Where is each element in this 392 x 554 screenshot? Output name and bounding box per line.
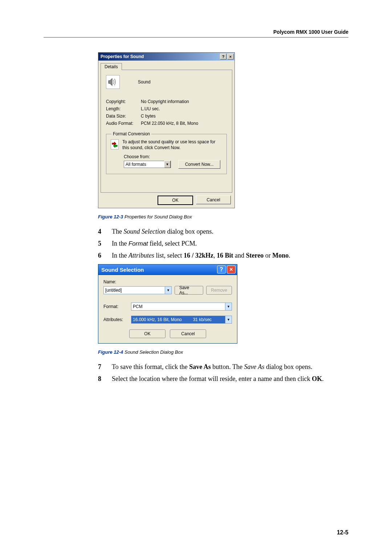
name-select[interactable]: [untitled] ▼ — [103, 286, 172, 294]
step-7: 7 To save this format, click the Save As… — [98, 362, 348, 372]
step-8: 8 Select the location where the format w… — [98, 374, 348, 384]
length-value: L.UU sec. — [141, 106, 160, 111]
chevron-down-icon: ▼ — [225, 316, 232, 323]
close-icon[interactable]: × — [227, 54, 234, 59]
attributes-value: 16.000 kHz, 16 Bit, Mono — [133, 317, 182, 322]
document-page: Polycom RMX 1000 User Guide Properties f… — [0, 0, 392, 554]
choose-from-value: All formats — [126, 162, 146, 167]
choose-from-select[interactable]: All formats ▼ — [124, 161, 171, 168]
audio-format-value: PCM 22.050 kHz, 8 Bit, Mono — [141, 121, 198, 126]
properties-for-sound-dialog: Properties for Sound ? × Details — [98, 52, 235, 208]
convert-icon — [111, 139, 119, 149]
copyright-label: Copyright: — [106, 99, 141, 104]
step-4: 4 The Sound Selection dialog box opens. — [98, 227, 348, 237]
remove-button[interactable]: Remove — [206, 286, 232, 295]
page-number: 12-5 — [337, 529, 348, 536]
conversion-text: To adjust the sound quality or use less … — [122, 139, 222, 151]
tab-details[interactable]: Details — [101, 63, 122, 70]
format-value: PCM — [133, 304, 143, 309]
dialog-titlebar: Properties for Sound ? × — [98, 53, 234, 61]
chevron-down-icon: ▼ — [164, 161, 171, 168]
step-5: 5 In the Format field, select PCM. — [98, 239, 348, 249]
choose-from-label: Choose from: — [124, 154, 222, 159]
audio-format-label: Audio Format: — [106, 121, 141, 126]
copyright-value: No Copyright information — [141, 99, 189, 104]
sound-label: Sound — [138, 79, 151, 85]
save-as-button[interactable]: Save As... — [175, 286, 203, 295]
format-conversion-group: Format Conversion To adjust the sound qu… — [106, 134, 227, 174]
header-rule — [44, 37, 348, 38]
cancel-button[interactable]: Cancel — [196, 196, 231, 204]
svg-marker-0 — [109, 78, 112, 86]
close-icon[interactable]: × — [227, 266, 236, 274]
help-icon[interactable]: ? — [220, 54, 226, 59]
attributes-rate: 31 kb/sec — [193, 317, 212, 322]
cancel-button[interactable]: Cancel — [170, 329, 206, 338]
ok-button[interactable]: OK — [129, 329, 166, 338]
data-size-value: C bytes — [141, 114, 156, 119]
help-icon[interactable]: ? — [217, 266, 226, 274]
length-label: Length: — [106, 106, 141, 111]
sound-selection-dialog: Sound Selection ? × Name: [untitled] ▼ S… — [98, 264, 237, 344]
dialog-titlebar: Sound Selection ? × — [98, 264, 237, 275]
convert-now-button[interactable]: Convert Now... — [178, 160, 220, 169]
name-value: [untitled] — [105, 288, 122, 293]
dialog-title: Properties for Sound — [101, 54, 144, 59]
attributes-label: Attributes: — [103, 317, 128, 322]
attributes-select[interactable]: 16.000 kHz, 16 Bit, Mono 31 kb/sec ▼ — [131, 316, 232, 324]
tab-content: Sound Copyright: No Copyright informatio… — [101, 70, 232, 193]
step-6: 6 In the Attributes list, select 16 / 32… — [98, 251, 348, 260]
page-header: Polycom RMX 1000 User Guide — [44, 29, 348, 35]
dialog-title: Sound Selection — [101, 267, 144, 273]
chevron-down-icon: ▼ — [165, 287, 171, 294]
ok-button[interactable]: OK — [158, 196, 193, 205]
data-size-label: Data Size: — [106, 114, 141, 119]
format-conversion-legend: Format Conversion — [111, 131, 151, 136]
format-label: Format: — [103, 304, 128, 309]
speaker-icon — [106, 75, 120, 89]
name-label: Name: — [103, 279, 232, 284]
format-select[interactable]: PCM ▼ — [131, 303, 232, 311]
figure-caption-1: Figure 12-3 Properties for Sound Dialog … — [98, 214, 348, 219]
chevron-down-icon: ▼ — [225, 303, 232, 310]
figure-caption-2: Figure 12-4 Sound Selection Dialog Box — [98, 349, 348, 355]
